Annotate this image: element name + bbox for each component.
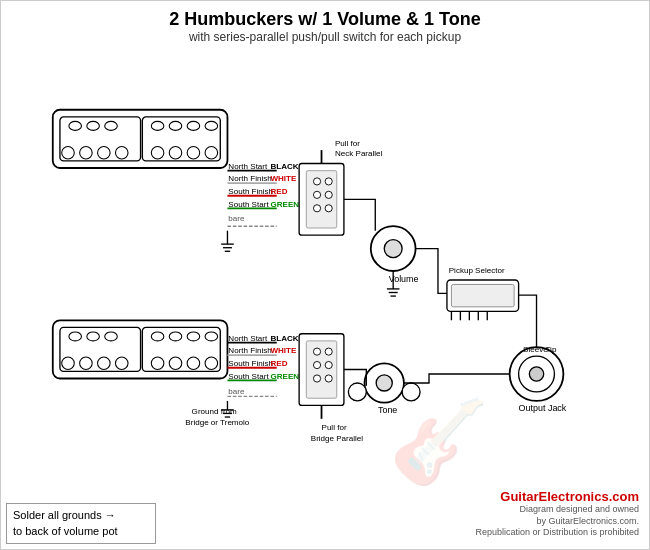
svg-text:Pull for: Pull for: [335, 139, 360, 148]
svg-point-100: [376, 375, 392, 391]
guitar-watermark: 🎸: [389, 395, 489, 489]
svg-point-54: [105, 332, 118, 341]
svg-point-92: [313, 361, 320, 368]
svg-point-59: [205, 332, 218, 341]
svg-text:South Finish: South Finish: [228, 359, 273, 368]
logo-text: GuitarElectronics.com: [475, 489, 639, 504]
svg-point-4: [105, 121, 118, 130]
svg-point-64: [151, 357, 164, 370]
svg-point-42: [313, 205, 320, 212]
svg-point-48: [384, 240, 402, 258]
svg-text:South Start: South Start: [228, 372, 269, 381]
svg-point-10: [62, 146, 75, 159]
svg-text:Sleeve: Sleeve: [523, 345, 548, 354]
svg-point-57: [169, 332, 182, 341]
svg-text:bare: bare: [228, 387, 245, 396]
svg-text:RED: RED: [270, 359, 287, 368]
svg-point-95: [325, 375, 332, 382]
svg-point-15: [169, 146, 182, 159]
svg-point-3: [87, 121, 100, 130]
svg-text:South Finish: South Finish: [228, 187, 273, 196]
svg-text:North Finish: North Finish: [228, 346, 271, 355]
svg-point-40: [313, 191, 320, 198]
svg-point-17: [205, 146, 218, 159]
svg-text:Output Jack: Output Jack: [519, 403, 567, 413]
svg-text:WHITE: WHITE: [270, 346, 297, 355]
svg-text:North Start: North Start: [228, 334, 268, 343]
svg-point-43: [325, 205, 332, 212]
svg-point-13: [115, 146, 128, 159]
svg-text:RED: RED: [270, 187, 287, 196]
svg-point-60: [62, 357, 75, 370]
svg-text:BLACK: BLACK: [270, 334, 298, 343]
svg-point-66: [187, 357, 200, 370]
svg-point-53: [87, 332, 100, 341]
svg-text:GREEN: GREEN: [270, 200, 299, 209]
svg-point-56: [151, 332, 164, 341]
svg-point-14: [151, 146, 164, 159]
diagram-area: North Start BLACK North Finish WHITE Sou…: [1, 56, 650, 486]
svg-point-11: [80, 146, 93, 159]
svg-point-65: [169, 357, 182, 370]
copyright-line1: Diagram designed and owned: [475, 504, 639, 516]
svg-point-39: [325, 178, 332, 185]
svg-point-67: [205, 357, 218, 370]
svg-point-7: [169, 121, 182, 130]
svg-rect-105: [451, 284, 514, 306]
svg-point-91: [325, 348, 332, 355]
svg-text:Pull for: Pull for: [322, 423, 347, 432]
svg-rect-89: [306, 341, 336, 398]
svg-point-41: [325, 191, 332, 198]
svg-text:Ground from: Ground from: [192, 407, 237, 416]
svg-point-90: [313, 348, 320, 355]
page-subtitle: with series-parallel push/pull switch fo…: [1, 30, 649, 44]
svg-text:BLACK: BLACK: [270, 162, 298, 171]
svg-rect-37: [306, 171, 336, 228]
svg-point-61: [80, 357, 93, 370]
svg-point-9: [205, 121, 218, 130]
svg-text:bare: bare: [228, 214, 245, 223]
bottom-note: Solder all grounds → to back of volume p…: [6, 503, 156, 544]
svg-point-63: [115, 357, 128, 370]
svg-point-114: [529, 367, 543, 381]
svg-point-38: [313, 178, 320, 185]
svg-text:WHITE: WHITE: [270, 174, 297, 183]
bottom-note-text: Solder all grounds → to back of volume p…: [13, 509, 118, 536]
svg-point-62: [98, 357, 111, 370]
svg-text:GREEN: GREEN: [270, 372, 299, 381]
svg-point-8: [187, 121, 200, 130]
copyright-line2: by GuitarElectronics.com.: [475, 516, 639, 528]
svg-point-2: [69, 121, 82, 130]
svg-text:South Start: South Start: [228, 200, 269, 209]
svg-text:Bridge Parallel: Bridge Parallel: [311, 434, 364, 443]
svg-text:North Finish: North Finish: [228, 174, 271, 183]
svg-point-12: [98, 146, 111, 159]
svg-point-52: [69, 332, 82, 341]
svg-text:Tip: Tip: [545, 345, 556, 354]
svg-text:North Start: North Start: [228, 162, 268, 171]
svg-text:Bridge or Tremolo: Bridge or Tremolo: [185, 418, 249, 427]
svg-point-94: [313, 375, 320, 382]
logo-area: GuitarElectronics.com Diagram designed a…: [475, 489, 639, 539]
svg-point-93: [325, 361, 332, 368]
main-container: 2 Humbuckers w/ 1 Volume & 1 Tone with s…: [0, 0, 650, 550]
wiring-svg: North Start BLACK North Finish WHITE Sou…: [1, 56, 650, 486]
svg-text:Neck Parallel: Neck Parallel: [335, 149, 383, 158]
copyright-line3: Republication or Distribution is prohibi…: [475, 527, 639, 539]
header: 2 Humbuckers w/ 1 Volume & 1 Tone with s…: [1, 1, 649, 46]
svg-point-6: [151, 121, 164, 130]
svg-point-58: [187, 332, 200, 341]
svg-point-16: [187, 146, 200, 159]
svg-text:Pickup Selector: Pickup Selector: [449, 266, 505, 275]
page-title: 2 Humbuckers w/ 1 Volume & 1 Tone: [1, 9, 649, 30]
svg-point-102: [348, 383, 366, 401]
